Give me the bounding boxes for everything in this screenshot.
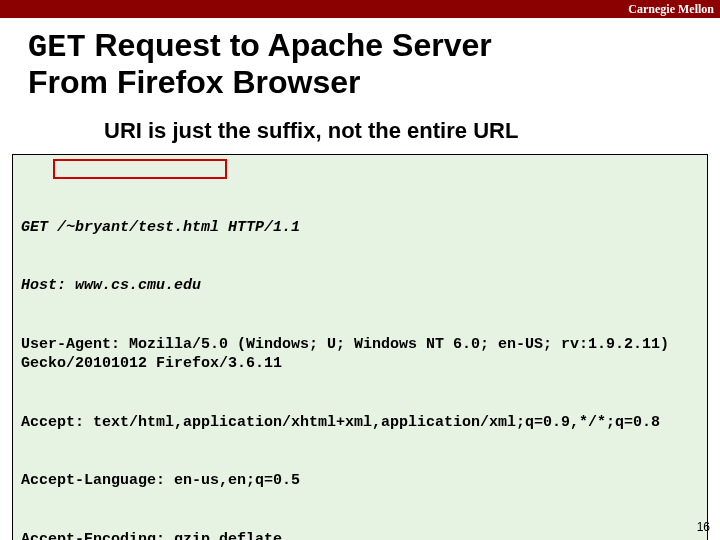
uri-highlight-box <box>53 159 227 179</box>
req-method: GET <box>21 219 48 236</box>
code-line-6: Accept-Encoding: gzip,deflate <box>21 530 699 540</box>
slide-title: GET Request to Apache Server From Firefo… <box>28 28 692 100</box>
title-line-2: From Firefox Browser <box>28 64 361 100</box>
req-protocol: HTTP/1.1 <box>228 219 300 236</box>
code-line-2: Host: www.cs.cmu.edu <box>21 276 699 296</box>
title-rest-1: Request to Apache Server <box>86 27 492 63</box>
title-area: GET Request to Apache Server From Firefo… <box>0 18 720 104</box>
title-method: GET <box>28 29 86 66</box>
code-line-1: GET /~bryant/test.html HTTP/1.1 <box>21 218 699 238</box>
req-uri: /~bryant/test.html <box>57 219 219 236</box>
http-request-box: GET /~bryant/test.html HTTP/1.1 Host: ww… <box>12 154 708 540</box>
subtitle: URI is just the suffix, not the entire U… <box>0 104 720 154</box>
topbar: Carnegie Mellon <box>0 0 720 18</box>
code-line-4: Accept: text/html,application/xhtml+xml,… <box>21 413 699 433</box>
code-line-3: User-Agent: Mozilla/5.0 (Windows; U; Win… <box>21 335 699 374</box>
page-number: 16 <box>697 520 710 534</box>
brand-label: Carnegie Mellon <box>628 2 714 16</box>
code-line-5: Accept-Language: en-us,en;q=0.5 <box>21 471 699 491</box>
